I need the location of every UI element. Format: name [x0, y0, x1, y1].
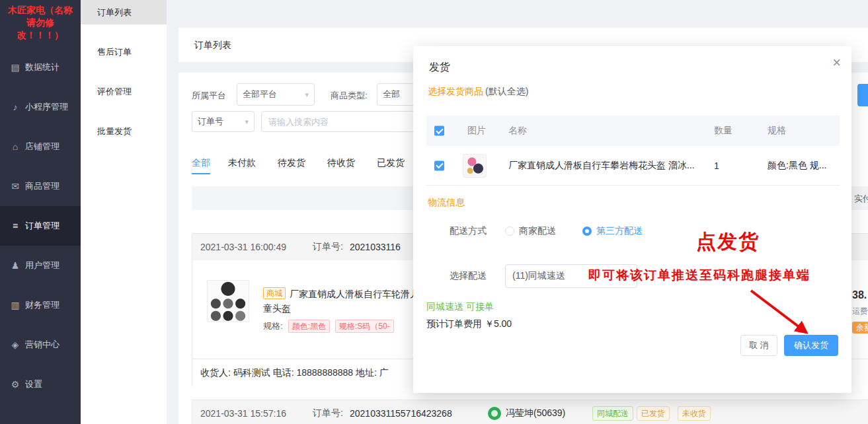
sidebar-item-label: 用户管理 [25, 260, 59, 271]
col-image: 图片 [467, 125, 486, 137]
marketing-icon: ◈ [9, 339, 22, 350]
finance-icon: ▥ [9, 300, 22, 310]
sidebar-item-settings[interactable]: ⚙ 设置 [0, 365, 81, 404]
order-header: 2021-03-31 15:57:16 订单号: 202103311557164… [192, 400, 868, 424]
order-no: 2021033116 [350, 242, 401, 252]
annotation-arrow [739, 285, 818, 345]
col-qty: 数量 [714, 125, 732, 137]
miniprogram-icon: ♪ [9, 102, 22, 112]
row-product-name: 厂家直销成人滑板自行车攀岩梅花头盔 溜冰... [508, 160, 695, 172]
price-column: 38. 运费 余额 [852, 289, 868, 334]
radio-label: 第三方配送 [596, 225, 643, 237]
spec-row: 规格: 颜色:黑色 规格:S码（50- [263, 320, 394, 333]
sidebar-item-label: 数据统计 [25, 61, 59, 73]
select-all-checkbox[interactable] [434, 126, 444, 136]
annotation-big-text: 点发货 [696, 229, 760, 256]
shop-name: 木匠家电（名称请勿修改！！！） [0, 0, 81, 46]
tab-to-receive[interactable]: 待收货 [327, 157, 355, 169]
courier-status-text: 同城速送 可接单 [426, 301, 494, 313]
tab-shipped[interactable]: 已发货 [377, 157, 405, 169]
sidebar-item-users[interactable]: ♟ 用户管理 [0, 246, 81, 285]
radio-merchant-delivery[interactable]: 商家配送 [505, 225, 556, 237]
goods-table-row: 厂家直销成人滑板自行车攀岩梅花头盔 溜冰... 1 颜色:黑色 规... [426, 146, 840, 186]
spec-label: 规格: [263, 320, 283, 332]
annotation-small-text: 即可将该订单推送至码科跑腿接单端 [588, 267, 810, 284]
sidebar-item-miniprogram[interactable]: ♪ 小程序管理 [0, 87, 81, 127]
submenu: 订单列表 售后订单 评价管理 批量发货 [81, 0, 167, 424]
product-name: 厂家直销成人滑板自行车轮滑儿童头盔 [263, 289, 419, 314]
tab-to-ship[interactable]: 待发货 [278, 157, 305, 169]
courier-select-value: (11)同城速送 [512, 270, 565, 282]
select-goods-section-title: 选择发货商品(默认全选) [428, 86, 528, 98]
submenu-item-review[interactable]: 评价管理 [81, 79, 167, 104]
type-select-value: 全部 [383, 88, 400, 100]
sidebar-item-finance[interactable]: ▥ 财务管理 [0, 285, 81, 325]
section-note: (默认全选) [485, 86, 528, 96]
balance-badge: 余额 [852, 322, 868, 334]
chevron-down-icon: ▾ [245, 118, 249, 126]
tab-all[interactable]: 全部 [192, 157, 210, 169]
section-title-text: 选择发货商品 [428, 86, 483, 96]
search-button[interactable] [857, 84, 868, 106]
submenu-item-order-list[interactable]: 订单列表 [81, 0, 167, 24]
estimated-fee-text: 预计订单费用 ￥5.00 [426, 318, 512, 330]
close-icon[interactable]: × [832, 55, 841, 70]
row-spec: 颜色:黑色 规... [768, 160, 826, 172]
paid-column-header: 实付 [854, 193, 868, 205]
order-time: 2021-03-31 16:00:49 [200, 242, 286, 252]
sidebar-item-marketing[interactable]: ◈ 营销中心 [0, 325, 81, 365]
sidebar-item-label: 设置 [25, 378, 42, 390]
row-checkbox[interactable] [434, 160, 444, 170]
submenu-item-aftersale[interactable]: 售后订单 [81, 40, 167, 64]
shop-tag: 商城 [263, 287, 286, 299]
delivery-method-label: 配送方式 [450, 225, 487, 237]
sidebar-item-goods[interactable]: ✉ 商品管理 [0, 166, 81, 206]
spec-tag-color: 颜色:黑色 [288, 320, 330, 333]
sidebar-menu: ▤ 数据统计 ♪ 小程序管理 ⌂ 店铺管理 ✉ 商品管理 ≡ 订单管理 ♟ 用户… [0, 48, 81, 404]
status-badge-delivery: 同城配送 [592, 406, 633, 421]
platform-select[interactable]: 全部平台 ▾ [237, 83, 315, 106]
buyer-name: 冯莹坤(50639) [506, 407, 565, 419]
radio-unchecked-icon [505, 227, 514, 236]
admin-screen: 木匠家电（名称请勿修改！！！） ▤ 数据统计 ♪ 小程序管理 ⌂ 店铺管理 ✉ … [0, 0, 868, 424]
sidebar-item-label: 订单管理 [25, 220, 59, 232]
goods-table-header: 图片 名称 数量 规格 [426, 116, 840, 146]
tab-unpaid[interactable]: 未付款 [228, 157, 256, 169]
chart-icon: ▤ [9, 62, 22, 73]
radio-thirdparty-delivery[interactable]: 第三方配送 [582, 225, 643, 237]
orderno-select-value: 订单号 [198, 116, 223, 127]
row-product-image [463, 154, 487, 178]
order-no: 20210331155716423268 [350, 408, 452, 419]
courier-select-label: 选择配送 [450, 270, 487, 282]
radio-checked-icon [582, 227, 592, 236]
submenu-item-batch-ship[interactable]: 批量发货 [81, 119, 167, 143]
paid-amount: 38. [852, 289, 868, 301]
sidebar-item-data-stats[interactable]: ▤ 数据统计 [0, 48, 81, 87]
orderno-select[interactable]: 订单号 ▾ [192, 111, 255, 132]
platform-select-value: 全部平台 [243, 88, 277, 100]
col-spec: 规格 [768, 125, 786, 137]
sidebar-item-label: 店铺管理 [25, 141, 59, 153]
sidebar-item-label: 小程序管理 [25, 101, 68, 113]
sidebar-item-label: 商品管理 [25, 180, 59, 192]
delivery-method-row: 配送方式 商家配送 第三方配送 [450, 225, 669, 238]
product-image [207, 280, 249, 322]
order-card: 2021-03-31 15:57:16 订单号: 202103311557164… [192, 400, 868, 424]
chevron-down-icon: ▾ [305, 90, 309, 99]
freight-label: 运费 [852, 306, 868, 317]
sidebar: 木匠家电（名称请勿修改！！！） ▤ 数据统计 ♪ 小程序管理 ⌂ 店铺管理 ✉ … [0, 0, 81, 424]
modal-title: 发货 [429, 61, 450, 75]
row-qty: 1 [714, 160, 719, 171]
shop-icon: ⌂ [9, 141, 22, 152]
status-badge-unreceived: 未收货 [678, 406, 711, 421]
platform-filter-label: 所属平台 [192, 90, 226, 102]
users-icon: ♟ [9, 260, 22, 271]
sidebar-item-shop[interactable]: ⌂ 店铺管理 [0, 127, 81, 166]
sidebar-item-orders[interactable]: ≡ 订单管理 [0, 206, 81, 246]
order-time: 2021-03-31 15:57:16 [200, 408, 286, 419]
product-info: 商城厂家直销成人滑板自行车轮滑儿童头盔 [263, 287, 420, 316]
page-title: 订单列表 [194, 40, 231, 52]
col-name: 名称 [508, 125, 527, 137]
order-no-label: 订单号: [313, 407, 343, 419]
spec-tag-size: 规格:S码（50- [335, 320, 394, 333]
